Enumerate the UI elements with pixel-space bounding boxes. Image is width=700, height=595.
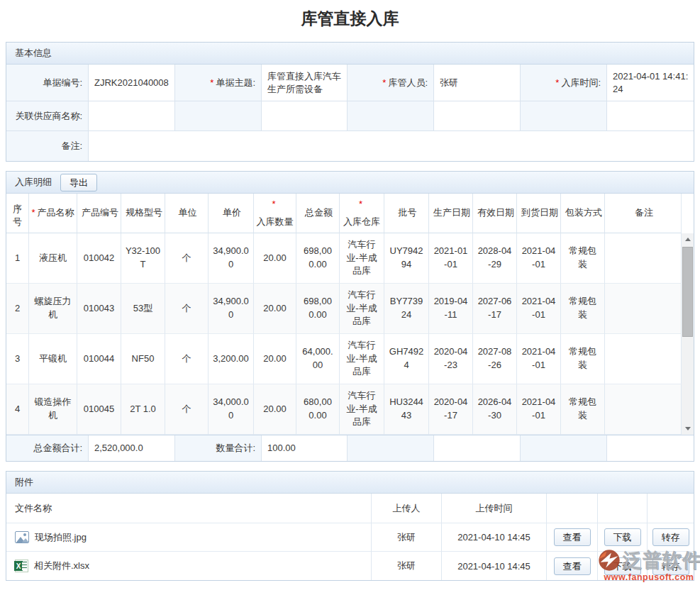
scroll-down-icon[interactable] [682, 423, 694, 435]
file-name: 相关附件.xlsx [34, 560, 89, 572]
attachments-table: 文件名称 上传人 上传时间 现场拍照.jpg 张研 2021-04-10 14:… [6, 494, 694, 580]
empty-label-cell [348, 435, 434, 461]
col-warehouse: *入库仓库 [340, 194, 384, 233]
col-action-transfer [648, 494, 694, 523]
col-amount: 总金额 [296, 194, 340, 233]
col-packing: 包装方式 [561, 194, 605, 233]
remark-value [89, 131, 694, 161]
col-arrival-date: 到货日期 [517, 194, 561, 233]
col-action-view [547, 494, 598, 523]
empty-value-cell [434, 435, 521, 461]
empty-label-cell [175, 101, 262, 131]
required-asterisk: * [382, 77, 386, 89]
keeper-label: *库管人员: [348, 65, 434, 101]
col-uploader: 上传人 [372, 494, 442, 523]
empty-value-cell [607, 435, 694, 461]
basic-info-title: 基本信息 [15, 47, 52, 60]
empty-label-cell [521, 101, 607, 131]
download-button[interactable]: 下载 [604, 528, 641, 546]
subject-value: 库管直接入库汽车生产所需设备 [262, 65, 348, 101]
total-amount-label: 总金额合计: [6, 435, 89, 461]
attachments-title: 附件 [15, 476, 33, 489]
supplier-value [89, 101, 175, 131]
empty-label-cell [521, 435, 607, 461]
detail-table-body: 1 液压机 010042 Y32-100T 个 34,900.00 20.00 … [6, 233, 694, 435]
col-spec: 规格型号 [121, 194, 165, 233]
doc-no-label: 单据编号: [6, 65, 89, 101]
empty-label-cell [348, 101, 434, 131]
keeper-value: 张研 [434, 65, 521, 101]
col-batch: 批号 [384, 194, 429, 233]
total-qty-value: 100.00 [262, 435, 348, 461]
total-amount-value: 2,520,000.0 [89, 435, 175, 461]
uploader: 张研 [372, 552, 442, 580]
table-row: 1 液压机 010042 Y32-100T 个 34,900.00 20.00 … [6, 233, 682, 284]
table-row: 2 螺旋压力机 010043 53型 个 34,900.00 20.00 698… [6, 284, 682, 334]
basic-info-grid: 单据编号: ZJRK2021040008 *单据主题: 库管直接入库汽车生产所需… [6, 65, 694, 161]
table-row: 4 锻造操作机 010045 2T 1.0 个 34,000.00 20.00 … [6, 384, 682, 435]
inbound-time-label: *入库时间: [521, 65, 607, 101]
inbound-time-value: 2021-04-01 14:41:24 [607, 65, 694, 101]
col-seq: 序号 [6, 194, 29, 233]
image-file-icon [15, 531, 29, 543]
basic-info-section: 基本信息 单据编号: ZJRK2021040008 *单据主题: 库管直接入库汽… [6, 42, 694, 162]
uploader: 张研 [372, 523, 442, 552]
page-title: 库管直接入库 [0, 0, 700, 42]
scrollbar-thumb[interactable] [682, 247, 693, 337]
col-valid-date: 有效日期 [473, 194, 517, 233]
col-remark: 备注 [605, 194, 682, 233]
table-row: 3 平锻机 010044 NF50 个 3,200.00 20.00 64,00… [6, 334, 682, 384]
download-button[interactable]: 下载 [604, 557, 641, 575]
col-qty: *入库数量 [254, 194, 296, 233]
inbound-detail-header: 入库明细 导出 [6, 172, 694, 194]
empty-value-cell [434, 101, 521, 131]
export-button[interactable]: 导出 [60, 174, 97, 191]
col-action-download [598, 494, 648, 523]
attachments-section: 附件 文件名称 上传人 上传时间 现场拍照.jpg 张研 2021-04-10 … [6, 471, 694, 581]
inbound-detail-section: 入库明细 导出 序号 *产品名称 产品编号 规格型号 单位 单价 *入库数量 总… [6, 171, 694, 462]
empty-value-cell [262, 101, 348, 131]
attachment-row-file: X 相关附件.xlsx [6, 552, 372, 580]
detail-table-header: 序号 *产品名称 产品编号 规格型号 单位 单价 *入库数量 总金额 *入库仓库… [6, 194, 694, 233]
attachments-header: 附件 [6, 472, 694, 494]
supplier-label: 关联供应商名称: [6, 101, 89, 131]
upload-time: 2021-04-10 14:45 [442, 552, 547, 580]
col-file-name: 文件名称 [6, 494, 372, 523]
basic-info-header: 基本信息 [6, 43, 694, 65]
table-scrollbar[interactable] [682, 233, 694, 435]
col-prod-date: 生产日期 [429, 194, 473, 233]
view-button[interactable]: 查看 [554, 557, 591, 575]
col-product-name: *产品名称 [29, 194, 77, 233]
inbound-detail-title: 入库明细 [15, 176, 52, 189]
col-price: 单价 [209, 194, 254, 233]
attachment-row-file: 现场拍照.jpg [6, 523, 372, 552]
required-asterisk: * [555, 77, 559, 89]
total-qty-label: 数量合计: [175, 435, 262, 461]
required-asterisk: * [210, 77, 213, 89]
subject-label: *单据主题: [175, 65, 262, 101]
transfer-button[interactable]: 转存 [652, 557, 689, 575]
remark-label: 备注: [6, 131, 89, 161]
col-product-code: 产品编号 [77, 194, 121, 233]
excel-file-icon: X [15, 560, 28, 572]
col-unit: 单位 [165, 194, 209, 233]
view-button[interactable]: 查看 [554, 528, 591, 546]
upload-time: 2021-04-10 14:45 [442, 523, 547, 552]
col-upload-time: 上传时间 [442, 494, 547, 523]
doc-no-value: ZJRK2021040008 [89, 65, 175, 101]
empty-value-cell [607, 101, 694, 131]
file-name: 现场拍照.jpg [35, 531, 87, 544]
detail-totals-row: 总金额合计: 2,520,000.0 数量合计: 100.00 [6, 435, 694, 461]
scroll-up-icon[interactable] [682, 233, 694, 245]
transfer-button[interactable]: 转存 [652, 528, 689, 546]
